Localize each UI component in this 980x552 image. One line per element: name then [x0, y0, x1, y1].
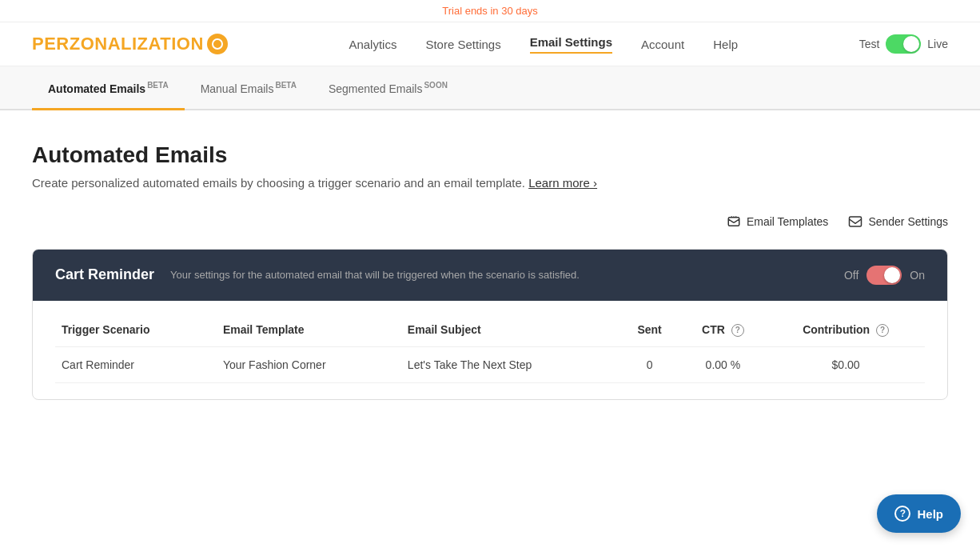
- cart-reminder-toggle[interactable]: [866, 266, 902, 285]
- nav-account[interactable]: Account: [641, 38, 684, 51]
- cell-trigger-scenario: Cart Reminder: [55, 346, 217, 382]
- card-header-right: Off On: [844, 266, 925, 285]
- nav-right: Test Live: [859, 34, 948, 54]
- nav-store-settings[interactable]: Store Settings: [425, 38, 500, 51]
- top-nav: PERZONALIZATION Analytics Store Settings…: [0, 22, 980, 66]
- table-head: Trigger Scenario Email Template Email Su…: [55, 314, 925, 347]
- nav-help[interactable]: Help: [713, 38, 738, 51]
- cell-contribution: $0.00: [767, 346, 925, 382]
- cart-reminder-card: Cart Reminder Your settings for the auto…: [32, 249, 948, 400]
- table-body: Cart Reminder Your Fashion Corner Let's …: [55, 346, 925, 382]
- sender-settings-icon: [847, 214, 863, 230]
- cell-ctr: 0.00 %: [679, 346, 767, 382]
- main-content: Automated Emails Create personalized aut…: [0, 110, 980, 432]
- cell-sent: 0: [620, 346, 679, 382]
- col-trigger-scenario: Trigger Scenario: [55, 314, 217, 347]
- email-template-icon: [726, 214, 742, 230]
- col-ctr: CTR ?: [679, 314, 767, 347]
- col-email-template: Email Template: [217, 314, 401, 347]
- table-header-row: Trigger Scenario Email Template Email Su…: [55, 314, 925, 347]
- card-title: Cart Reminder: [55, 266, 154, 283]
- tab-automated-emails[interactable]: Automated EmailsBETA: [32, 66, 185, 110]
- learn-more-link[interactable]: Learn more ›: [528, 176, 597, 190]
- sender-settings-button[interactable]: Sender Settings: [847, 214, 948, 230]
- card-header: Cart Reminder Your settings for the auto…: [33, 250, 947, 301]
- page-description: Create personalized automated emails by …: [32, 176, 948, 190]
- live-label: Live: [927, 38, 948, 50]
- nav-email-settings[interactable]: Email Settings: [530, 35, 612, 54]
- tab-nav: Automated EmailsBETA Manual EmailsBETA S…: [0, 66, 980, 110]
- action-row: Email Templates Sender Settings: [32, 214, 948, 230]
- tab-segmented-emails[interactable]: Segmented EmailsSOON: [313, 66, 464, 109]
- tab-manual-emails[interactable]: Manual EmailsBETA: [185, 66, 313, 109]
- cell-email-template: Your Fashion Corner: [217, 346, 401, 382]
- nav-analytics[interactable]: Analytics: [349, 38, 396, 51]
- card-description: Your settings for the automated email th…: [170, 269, 580, 281]
- svg-rect-0: [850, 217, 862, 226]
- email-templates-button[interactable]: Email Templates: [726, 214, 828, 230]
- col-contribution: Contribution ?: [767, 314, 925, 347]
- test-live-toggle[interactable]: [886, 34, 921, 54]
- cell-email-subject: Let's Take The Next Step: [401, 346, 620, 382]
- test-label: Test: [859, 38, 880, 50]
- contribution-help-icon[interactable]: ?: [876, 324, 889, 337]
- ctr-help-icon[interactable]: ?: [731, 324, 744, 337]
- page-title: Automated Emails: [32, 142, 948, 168]
- cart-reminder-table: Trigger Scenario Email Template Email Su…: [55, 314, 925, 383]
- col-email-subject: Email Subject: [401, 314, 620, 347]
- logo-icon: [207, 34, 228, 54]
- table-row: Cart Reminder Your Fashion Corner Let's …: [55, 346, 925, 382]
- test-live-toggle-group: Test Live: [859, 34, 948, 54]
- card-table: Trigger Scenario Email Template Email Su…: [33, 314, 947, 399]
- card-header-left: Cart Reminder Your settings for the auto…: [55, 266, 580, 283]
- trial-bar: Trial ends in 30 days: [0, 0, 980, 22]
- col-sent: Sent: [620, 314, 679, 347]
- nav-links: Analytics Store Settings Email Settings …: [349, 35, 738, 54]
- logo: PERZONALIZATION: [32, 34, 228, 54]
- toggle-on-label: On: [910, 269, 925, 282]
- toggle-off-label: Off: [844, 269, 858, 282]
